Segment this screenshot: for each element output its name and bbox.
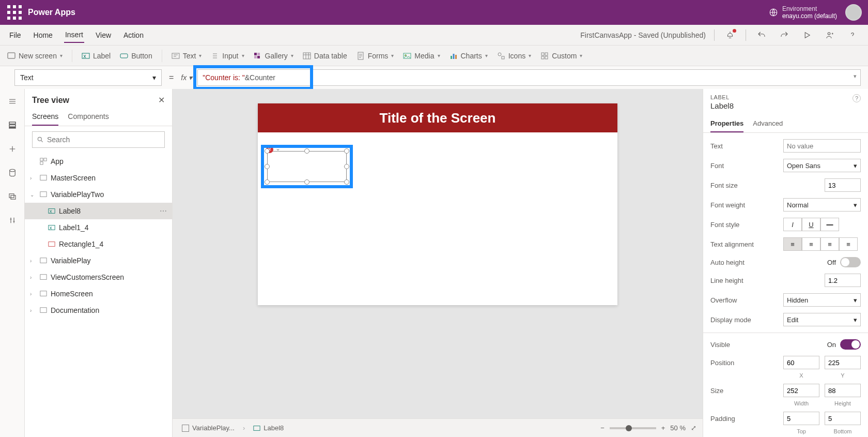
insert-button-button[interactable]: Button: [120, 52, 152, 60]
zoom-out-icon[interactable]: −: [600, 424, 605, 432]
prop-font-select[interactable]: Open Sans▾: [783, 159, 861, 172]
autoheight-toggle[interactable]: [840, 257, 861, 267]
prop-fontweight-select[interactable]: Normal▾: [783, 198, 861, 212]
tree-item-variableplaytwo[interactable]: ⌄ VariablePlayTwo: [25, 186, 172, 203]
fontstyle-underline-button[interactable]: U: [802, 218, 820, 231]
user-avatar[interactable]: [845, 4, 862, 21]
prop-overflow-select[interactable]: Hidden▾: [783, 293, 861, 307]
insert-gallery-dropdown[interactable]: Gallery▾: [254, 52, 293, 60]
insert-input-dropdown[interactable]: Input▾: [211, 52, 244, 60]
prop-fontsize-input[interactable]: [825, 178, 861, 192]
size-w-input[interactable]: [783, 384, 819, 397]
resize-handle[interactable]: [265, 148, 270, 154]
tree-tab-components[interactable]: Components: [68, 108, 109, 126]
control-menu-icon[interactable]: ⌄: [275, 145, 281, 152]
tree-item-variableplay[interactable]: › VariablePlay: [25, 252, 172, 269]
prop-displaymode-select[interactable]: Edit▾: [783, 313, 861, 326]
prop-lineheight-input[interactable]: [825, 274, 861, 287]
align-right-button[interactable]: ≡: [820, 237, 839, 251]
menu-file[interactable]: File: [8, 28, 22, 42]
menu-insert[interactable]: Insert: [64, 27, 84, 43]
app-screen[interactable]: Title of the Screen ✕ ⌄: [258, 103, 617, 305]
tree-item-label8[interactable]: Label8 ⋯: [25, 203, 172, 219]
svg-rect-27: [502, 56, 504, 59]
tree-close-icon[interactable]: ✕: [158, 95, 165, 105]
props-tab-properties[interactable]: Properties: [710, 115, 743, 132]
app-launcher-icon[interactable]: [6, 4, 23, 21]
menu-action[interactable]: Action: [122, 28, 145, 42]
align-left-button[interactable]: ≡: [783, 237, 802, 251]
breadcrumb-control[interactable]: Label8: [250, 423, 287, 433]
tree-search[interactable]: [32, 131, 165, 148]
resize-handle[interactable]: [344, 164, 349, 169]
rail-hamburger-icon[interactable]: [4, 93, 21, 110]
align-justify-button[interactable]: ≡: [839, 237, 858, 251]
rail-add-icon[interactable]: [4, 141, 21, 157]
prop-text-input[interactable]: [783, 139, 861, 153]
svg-point-35: [9, 169, 15, 172]
size-h-input[interactable]: [825, 384, 861, 397]
share-icon[interactable]: [823, 28, 837, 42]
zoom-slider[interactable]: [610, 427, 656, 429]
tree-item-viewcustomers[interactable]: › ViewCustomersScreen: [25, 269, 172, 285]
property-selector[interactable]: Text▾: [14, 69, 162, 86]
position-x-input[interactable]: [783, 356, 819, 369]
padding-bottom-input[interactable]: [825, 412, 861, 425]
breadcrumb-screen[interactable]: VariablePlay...: [179, 423, 238, 433]
resize-handle[interactable]: [344, 148, 349, 154]
resize-handle[interactable]: [304, 148, 309, 154]
resize-handle[interactable]: [265, 164, 270, 169]
insert-label-button[interactable]: Label: [82, 52, 111, 60]
svg-rect-0: [7, 5, 10, 8]
fontstyle-strike-button[interactable]: —: [820, 218, 839, 231]
zoom-in-icon[interactable]: +: [661, 424, 665, 432]
align-center-button[interactable]: ≡: [802, 237, 820, 251]
insert-forms-dropdown[interactable]: Forms▾: [357, 52, 394, 60]
rail-tree-icon[interactable]: [4, 117, 21, 133]
tree-item-masterscreen[interactable]: › MasterScreen: [25, 170, 172, 186]
tree-item-label1-4[interactable]: Label1_4: [25, 219, 172, 236]
tree-item-more-icon[interactable]: ⋯: [160, 207, 167, 215]
insert-media-dropdown[interactable]: Media▾: [403, 52, 440, 60]
environment-selector[interactable]: Environment enayu.com (default): [769, 5, 837, 20]
resize-handle[interactable]: [304, 179, 309, 185]
rail-advanced-icon[interactable]: [4, 212, 21, 229]
tree-view-title: Tree view: [32, 96, 69, 105]
menu-view[interactable]: View: [95, 28, 112, 42]
rail-media-icon[interactable]: [4, 188, 21, 205]
insert-icons-dropdown[interactable]: Icons▾: [497, 52, 531, 60]
formula-expand-icon[interactable]: ▾: [854, 73, 857, 80]
tree-tab-screens[interactable]: Screens: [32, 108, 58, 126]
props-tab-advanced[interactable]: Advanced: [753, 115, 783, 132]
padding-top-input[interactable]: [783, 412, 819, 425]
tree-search-input[interactable]: [47, 135, 160, 144]
help-icon[interactable]: [845, 28, 860, 42]
app-checker-icon[interactable]: [723, 28, 737, 42]
prop-autoheight-label: Auto height: [710, 259, 745, 266]
props-help-icon[interactable]: ?: [853, 94, 861, 102]
tree-item-rectangle1-4[interactable]: Rectangle1_4: [25, 236, 172, 252]
insert-datatable-button[interactable]: Data table: [303, 52, 347, 60]
fontstyle-italic-button[interactable]: I: [783, 218, 802, 231]
undo-icon[interactable]: [754, 28, 769, 42]
visible-value: On: [827, 341, 836, 349]
selected-control-label8[interactable]: ✕ ⌄: [266, 150, 348, 183]
redo-icon[interactable]: [777, 28, 792, 42]
fit-icon[interactable]: ⤢: [691, 424, 696, 432]
menu-home[interactable]: Home: [33, 28, 54, 42]
fx-icon[interactable]: fx▾: [181, 73, 192, 82]
visible-toggle[interactable]: [840, 339, 861, 350]
insert-custom-dropdown[interactable]: Custom▾: [540, 52, 582, 60]
new-screen-button[interactable]: New screen▾: [7, 52, 63, 60]
insert-text-dropdown[interactable]: Text▾: [172, 52, 202, 60]
tree-item-documentation[interactable]: › Documentation: [25, 302, 172, 319]
insert-charts-dropdown[interactable]: Charts▾: [450, 52, 488, 60]
tree-app[interactable]: App: [25, 153, 172, 170]
formula-input[interactable]: [197, 69, 861, 86]
tree-item-homescreen[interactable]: › HomeScreen: [25, 285, 172, 302]
position-y-input[interactable]: [825, 356, 861, 369]
play-icon[interactable]: [800, 28, 814, 42]
resize-handle[interactable]: [344, 179, 349, 185]
rail-data-icon[interactable]: [4, 164, 21, 181]
resize-handle[interactable]: [265, 179, 270, 185]
